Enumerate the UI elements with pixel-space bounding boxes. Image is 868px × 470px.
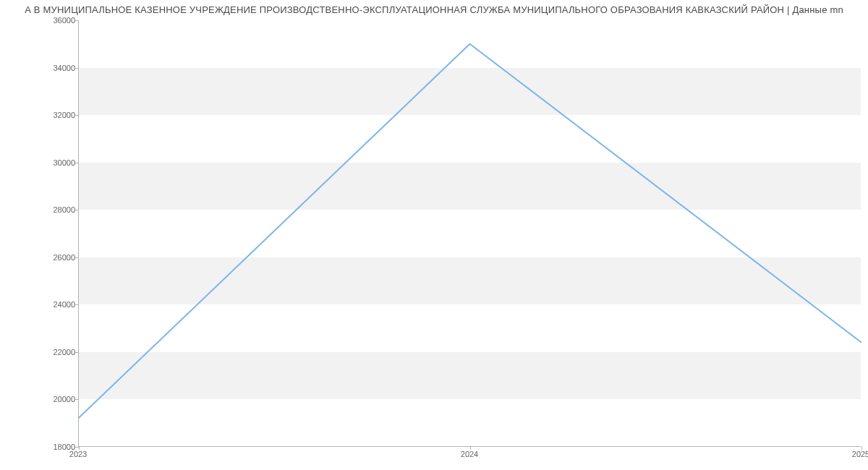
y-tickmark <box>75 352 79 353</box>
y-tickmark <box>75 257 79 258</box>
plot-area <box>78 20 861 447</box>
y-tick-label: 22000 <box>32 348 75 356</box>
line-series <box>79 20 861 446</box>
y-tick-label: 24000 <box>32 300 75 309</box>
chart-container: А В МУНИЦИПАЛЬНОЕ КАЗЕННОЕ УЧРЕЖДЕНИЕ ПР… <box>0 0 868 470</box>
y-tick-label: 30000 <box>32 158 75 167</box>
y-tickmark <box>75 210 79 210</box>
y-tickmark <box>75 399 79 400</box>
x-tick-label: 2024 <box>461 450 478 458</box>
y-tick-label: 28000 <box>32 205 75 214</box>
series-path <box>79 44 861 418</box>
y-tick-label: 36000 <box>32 16 75 25</box>
y-tickmark <box>75 163 79 163</box>
y-tickmark <box>75 115 79 116</box>
x-tick-label: 2023 <box>69 450 87 458</box>
y-tickmark <box>75 304 79 305</box>
x-tick-label: 2025 <box>852 450 868 458</box>
y-tick-label: 26000 <box>32 253 75 262</box>
chart-title: А В МУНИЦИПАЛЬНОЕ КАЗЕННОЕ УЧРЕЖДЕНИЕ ПР… <box>0 4 868 15</box>
y-tickmark <box>75 68 79 69</box>
y-tick-label: 34000 <box>32 64 75 72</box>
y-tick-label: 20000 <box>32 395 75 403</box>
y-tickmark <box>75 20 79 21</box>
y-tick-label: 32000 <box>32 111 75 119</box>
